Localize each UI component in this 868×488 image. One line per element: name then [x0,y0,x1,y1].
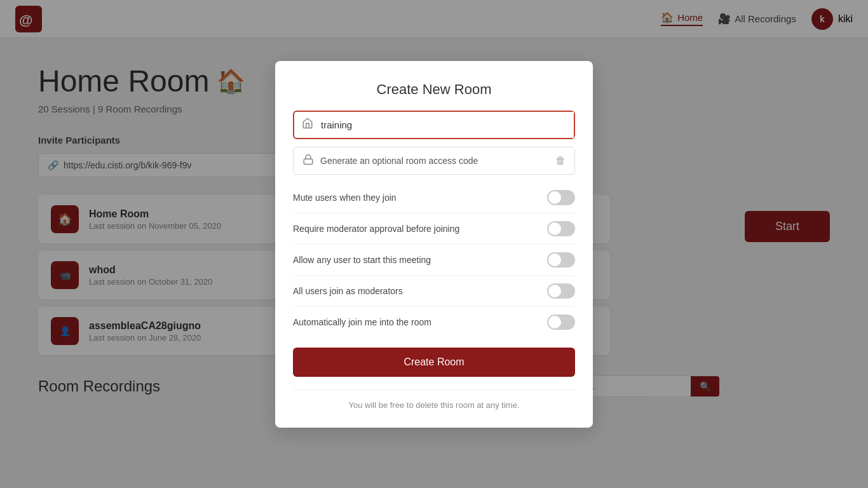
room-name-input[interactable] [321,112,574,138]
toggle-mute-label: Mute users when they join [293,193,397,203]
toggle-anyuser-row: Allow any user to start this meeting [293,245,575,276]
toggle-autojoin-label: Automatically join me into the room [293,317,431,327]
toggle-options: Mute users when they join Require modera… [293,182,575,337]
toggle-moderator-label: Require moderator approval before joinin… [293,224,459,234]
toggle-mute-switch[interactable] [547,190,575,205]
access-code-delete-icon[interactable]: 🗑 [555,155,566,166]
toggle-moderator-switch[interactable] [547,221,575,236]
room-name-input-group [293,111,575,139]
toggle-moderator-row: Require moderator approval before joinin… [293,214,575,245]
toggle-allasmods-label: All users join as moderators [293,286,403,296]
room-input-icon [294,118,321,132]
modal-footer-text: You will be free to delete this room at … [293,390,575,410]
toggle-mute-row: Mute users when they join [293,182,575,214]
toggle-allasmods-switch[interactable] [547,283,575,299]
svg-rect-2 [304,159,313,164]
create-room-button[interactable]: Create Room [293,348,575,377]
modal-title: Create New Room [293,81,575,98]
toggle-autojoin-row: Automatically join me into the room [293,307,575,337]
toggle-allasmods-row: All users join as moderators [293,276,575,307]
access-code-icon [302,154,314,168]
toggle-anyuser-label: Allow any user to start this meeting [293,255,431,265]
modal-overlay: Create New Room Generate an optional roo… [0,0,868,488]
create-room-modal: Create New Room Generate an optional roo… [275,61,593,428]
access-code-label: Generate an optional room access code [320,156,549,166]
access-code-row[interactable]: Generate an optional room access code 🗑 [293,147,575,175]
toggle-autojoin-switch[interactable] [547,315,575,330]
toggle-anyuser-switch[interactable] [547,252,575,268]
